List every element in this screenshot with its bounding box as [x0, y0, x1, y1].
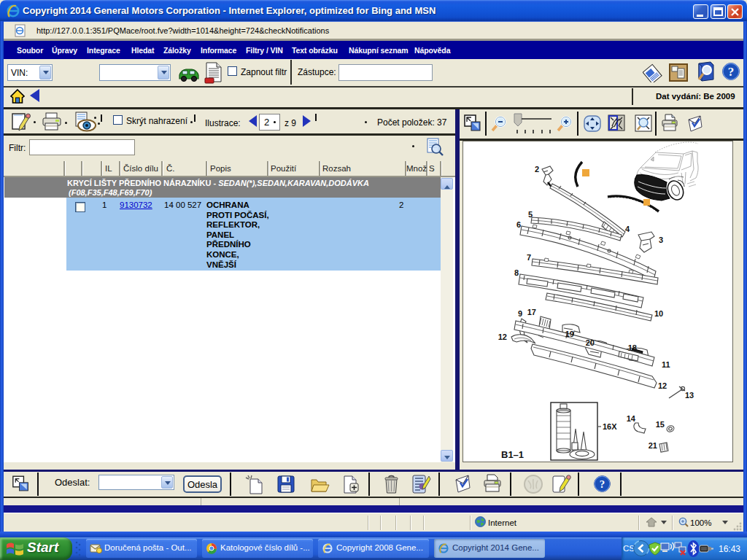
svg-text:13: 13 — [685, 391, 694, 400]
svg-text:10: 10 — [654, 309, 663, 318]
svg-text:4: 4 — [625, 225, 630, 233]
svg-text:12: 12 — [498, 332, 507, 341]
svg-text:18: 18 — [628, 343, 637, 352]
svg-text:21: 21 — [649, 441, 657, 450]
svg-text:9: 9 — [518, 309, 522, 318]
svg-text:?: ? — [728, 65, 735, 79]
svg-text:14: 14 — [627, 414, 636, 423]
svg-text:8: 8 — [514, 268, 519, 277]
svg-text:19: 19 — [565, 330, 574, 338]
svg-text:20: 20 — [586, 338, 595, 347]
svg-text:3: 3 — [659, 236, 663, 244]
svg-text:7: 7 — [527, 253, 531, 262]
svg-text:2: 2 — [535, 165, 539, 174]
svg-text:17: 17 — [527, 308, 536, 316]
svg-text:15: 15 — [656, 420, 665, 429]
svg-text:5: 5 — [528, 210, 533, 219]
svg-text:?: ? — [600, 478, 605, 490]
svg-text:11: 11 — [662, 360, 670, 369]
svg-text:16X: 16X — [603, 422, 617, 431]
svg-text:B1–1: B1–1 — [501, 449, 524, 460]
svg-text:6: 6 — [516, 220, 521, 229]
svg-text:12: 12 — [658, 381, 667, 390]
